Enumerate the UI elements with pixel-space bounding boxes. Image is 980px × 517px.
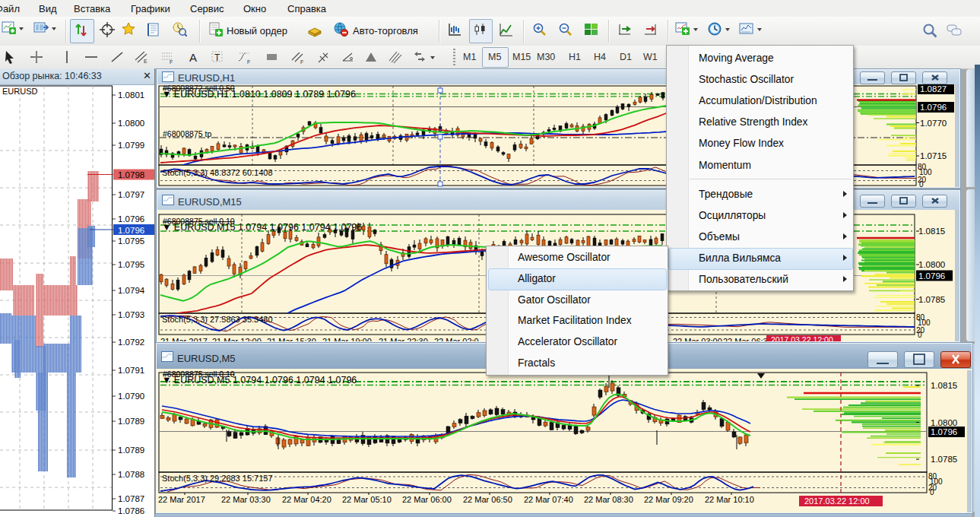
svg-text:1.0796: 1.0796 [918, 271, 945, 281]
svg-text:21 Mar 2017: 21 Mar 2017 [160, 337, 208, 342]
svg-text:1.0770: 1.0770 [920, 119, 947, 128]
svg-text:1.0788: 1.0788 [118, 470, 144, 479]
svg-text:1.0794: 1.0794 [118, 286, 145, 295]
svg-text:1.0796: 1.0796 [118, 226, 144, 235]
svg-text:22 Mar 03:30: 22 Mar 03:30 [221, 495, 271, 504]
svg-text:1.0795: 1.0795 [118, 260, 144, 269]
svg-text:2017.03.22 12:00: 2017.03.22 12:00 [771, 335, 833, 341]
svg-text:1.0801: 1.0801 [118, 90, 144, 100]
svg-text:F: F [300, 59, 303, 65]
svg-text:22 Mar 03:00: 22 Mar 03:00 [673, 337, 722, 342]
svg-text:1.0800: 1.0800 [118, 119, 144, 128]
svg-text:21 Mar 19:00: 21 Mar 19:00 [322, 337, 372, 342]
svg-text:Stoch(5,3,3) 27.5863 35.3480: Stoch(5,3,3) 27.5863 35.3480 [162, 315, 273, 324]
svg-text:1.0787: 1.0787 [118, 494, 144, 503]
svg-text:22 Mar 10:10: 22 Mar 10:10 [705, 495, 754, 504]
svg-text:F: F [247, 59, 250, 65]
svg-text:Stoch(5,3,3) 48.8372 60.1408: Stoch(5,3,3) 48.8372 60.1408 [162, 168, 273, 177]
svg-text:▼ EURUSD,M15 1.0794 1.0796 1.: ▼ EURUSD,M15 1.0794 1.0796 1.0794 1.0796 [162, 222, 362, 233]
svg-text:1.0796: 1.0796 [931, 427, 957, 436]
svg-text:22 Mar 05:10: 22 Mar 05:10 [342, 495, 392, 504]
svg-text:1.0791: 1.0791 [118, 366, 144, 375]
svg-text:22 Mar 2017: 22 Mar 2017 [158, 495, 205, 504]
svg-text:22 Mar 07:40: 22 Mar 07:40 [524, 495, 573, 504]
svg-text:22 Mar 09:20: 22 Mar 09:20 [644, 495, 693, 504]
svg-text:1.0785: 1.0785 [918, 295, 945, 304]
svg-text:1.0795: 1.0795 [118, 236, 144, 246]
svg-text:1.0786: 1.0786 [118, 506, 144, 515]
svg-text:22 Mar 08:30: 22 Mar 08:30 [584, 495, 633, 504]
svg-text:#68008875 tp: #68008875 tp [163, 129, 211, 138]
svg-text:22 Mar 04:20: 22 Mar 04:20 [282, 495, 331, 504]
svg-text:0: 0 [930, 488, 934, 496]
svg-text:1.0715: 1.0715 [920, 151, 947, 160]
svg-text:22 Mar 02:0: 22 Mar 02:0 [434, 337, 479, 342]
svg-text:1.0792: 1.0792 [118, 338, 144, 347]
svg-text:1.0796: 1.0796 [920, 103, 947, 112]
svg-text:0: 0 [918, 331, 922, 339]
svg-text:F: F [170, 59, 173, 65]
svg-text:1.0785: 1.0785 [931, 455, 957, 464]
svg-text:1.0800: 1.0800 [931, 418, 957, 427]
svg-text:22 Mar 06:50: 22 Mar 06:50 [463, 495, 512, 504]
svg-text:T: T [214, 52, 220, 63]
svg-text:1.0797: 1.0797 [118, 190, 144, 199]
svg-text:▼ EURUSD,M5 1.0794 1.0796 1.0: ▼ EURUSD,M5 1.0794 1.0796 1.0794 1.0796 [162, 375, 357, 385]
svg-text:1.0815: 1.0815 [931, 381, 957, 390]
svg-text:1.0790: 1.0790 [118, 392, 144, 401]
svg-text:0: 0 [919, 180, 924, 187]
svg-text:1.0798: 1.0798 [118, 170, 144, 179]
svg-text:▼ EURUSD,H1 1.0810 1.0809 1.0: ▼ EURUSD,H1 1.0810 1.0809 1.0789 1.0796 [162, 89, 356, 100]
svg-text:Stoch(5,3,3) 29.2683 15.7157: Stoch(5,3,3) 29.2683 15.7157 [162, 474, 273, 483]
svg-text:21 Mar 12:00: 21 Mar 12:00 [212, 337, 262, 342]
svg-text:1.0827: 1.0827 [920, 84, 947, 94]
svg-text:1.0815: 1.0815 [918, 227, 945, 236]
svg-text:22 Mar 06:30: 22 Mar 06:30 [723, 337, 772, 342]
svg-text:21 Mar 15:30: 21 Mar 15:30 [267, 337, 316, 342]
svg-text:1.0796: 1.0796 [118, 214, 144, 224]
svg-text:1.0793: 1.0793 [118, 310, 144, 319]
svg-text:2017.03.22 12:00: 2017.03.22 12:00 [804, 496, 870, 506]
svg-text:1.0799: 1.0799 [118, 141, 144, 150]
svg-text:22 Mar 06:00: 22 Mar 06:00 [402, 495, 452, 504]
svg-text:1.0789: 1.0789 [118, 417, 144, 426]
svg-text:21 Mar 22:30: 21 Mar 22:30 [379, 337, 428, 342]
svg-text:1.0800: 1.0800 [918, 260, 945, 269]
svg-text:1.0789: 1.0789 [118, 446, 144, 455]
svg-text:A: A [189, 51, 197, 64]
svg-text:EURUSD: EURUSD [2, 87, 38, 96]
svg-text:E: E [144, 59, 147, 64]
